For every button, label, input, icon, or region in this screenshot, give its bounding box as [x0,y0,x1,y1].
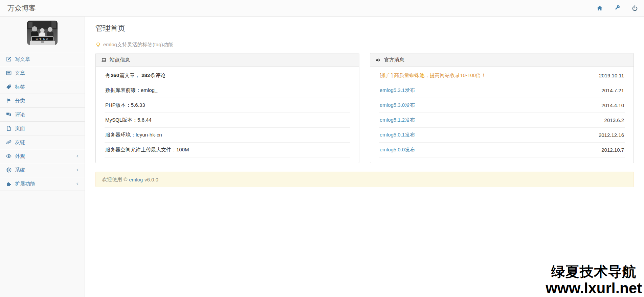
sidebar-item-extensions[interactable]: 扩展功能 [0,177,85,191]
sidebar-item-articles[interactable]: 文章 [0,66,85,80]
lightbulb-icon [95,42,101,48]
topbar-actions [597,5,644,11]
news-link[interactable]: emlog5.0.0发布 [380,147,415,153]
sidebar: CHINA 写文章 文章 标签 [0,17,85,297]
site-info-panel: 站点信息 有260篇文章， 282条评论 数据库表前缀：emlog_ PHP版本… [95,53,359,163]
news-header: 官方消息 [370,53,634,67]
article-count: 260 [111,72,119,78]
comments-icon [6,112,12,117]
chevron-left-icon [75,154,80,158]
eye-icon [6,153,12,159]
page-icon [6,126,12,131]
home-icon[interactable] [597,5,603,11]
news-date: 2013.6.2 [604,117,624,123]
chevron-left-icon [75,181,80,186]
topbar: 万众博客 [0,0,644,17]
news-link[interactable]: emlog5.1.2发布 [380,117,415,123]
tag-icon [6,84,12,90]
watermark-line2: www.lxurl.net [546,280,642,296]
power-icon[interactable] [632,5,638,11]
version-text: v6.0.0 [145,177,158,182]
sidebar-item-system[interactable]: 系统 [0,163,85,177]
link-icon [6,140,12,145]
dashboard-panels: 站点信息 有260篇文章， 282条评论 数据库表前缀：emlog_ PHP版本… [95,53,634,163]
sidebar-item-label: 评论 [15,112,80,118]
news-item: emlog5.0.1发布 2012.12.16 [379,128,625,143]
news-date: 2019.10.11 [599,73,624,78]
article-icon [6,70,12,76]
welcome-banner: 欢迎使用 © emlog v6.0.0 [95,172,634,187]
news-date: 2012.12.16 [599,132,624,138]
news-item: emlog5.3.1发布 2014.7.21 [379,83,625,98]
sidebar-item-appearance[interactable]: 外观 [0,149,85,163]
news-link[interactable]: emlog5.3.1发布 [380,87,415,94]
news-item: emlog5.0.0发布 2012.10.7 [379,143,625,157]
news-link[interactable]: [推广] 高质量蜘蛛池，提高网站收录10-100倍！ [380,72,486,79]
main-content: 管理首页 emlog支持灵活的标签(tag)功能 站点信息 有260篇文章， 2… [85,17,644,187]
news-date: 2014.7.21 [601,88,624,93]
site-info-title: 站点信息 [110,57,130,63]
flag-icon [6,98,12,103]
chevron-left-icon [75,168,80,172]
sidebar-item-label: 系统 [15,167,75,173]
avatar-container: CHINA [0,17,85,52]
news-body: [推广] 高质量蜘蛛池，提高网站收录10-100倍！ 2019.10.11 em… [370,67,634,163]
sidebar-item-label: 分类 [15,98,80,104]
watermark: 绿夏技术导航 www.lxurl.net [546,264,642,296]
sidebar-item-comments[interactable]: 评论 [0,108,85,122]
sidebar-item-label: 友链 [15,139,80,146]
sidebar-item-tags[interactable]: 标签 [0,80,85,94]
info-row-php-version: PHP版本：5.6.33 [105,98,350,113]
info-row-db-prefix: 数据库表前缀：emlog_ [105,83,350,98]
tip-banner: emlog支持灵活的标签(tag)功能 [95,42,634,48]
sidebar-item-links[interactable]: 友链 [0,135,85,149]
gear-icon [6,167,12,173]
sidebar-item-pages[interactable]: 页面 [0,122,85,135]
sidebar-item-label: 扩展功能 [15,181,75,187]
news-date: 2012.10.7 [601,147,624,153]
emlog-link[interactable]: emlog [129,177,143,182]
news-link[interactable]: emlog5.3.0发布 [380,102,415,108]
news-panel: 官方消息 [推广] 高质量蜘蛛池，提高网站收录10-100倍！ 2019.10.… [370,53,634,163]
news-item: [推广] 高质量蜘蛛池，提高网站收录10-100倍！ 2019.10.11 [379,68,625,83]
avatar-sign-text: CHINA [36,37,49,41]
news-item: emlog5.3.0发布 2014.4.10 [379,98,625,113]
sidebar-item-label: 写文章 [15,56,80,63]
wrench-icon[interactable] [614,5,620,11]
watermark-line1: 绿夏技术导航 [546,264,642,280]
page-title: 管理首页 [95,23,634,33]
info-row-counts: 有260篇文章， 282条评论 [105,68,350,83]
info-row-mysql-version: MySQL版本：5.6.44 [105,113,350,128]
laptop-icon [101,57,107,63]
sidebar-item-label: 标签 [15,84,80,90]
news-link[interactable]: emlog5.0.1发布 [380,132,415,138]
news-item: emlog5.1.2发布 2013.6.2 [379,113,625,128]
sidebar-item-label: 外观 [15,153,75,159]
info-row-max-upload: 服务器空间允许上传最大文件：100M [105,143,350,157]
news-date: 2014.4.10 [601,102,624,108]
welcome-text: 欢迎使用 © [102,176,127,183]
sidebar-item-label: 文章 [15,70,80,76]
puzzle-icon [6,181,12,187]
sidebar-item-categories[interactable]: 分类 [0,94,85,108]
speaker-icon [376,57,381,63]
comment-count: 282 [141,72,150,78]
tip-text: emlog支持灵活的标签(tag)功能 [103,42,173,48]
news-title: 官方消息 [384,57,404,63]
avatar[interactable]: CHINA [27,21,58,45]
site-info-header: 站点信息 [96,53,359,67]
edit-icon [6,56,12,62]
sidebar-nav: 写文章 文章 标签 分类 评论 [0,52,85,191]
site-title: 万众博客 [7,3,36,13]
sidebar-item-label: 页面 [15,125,80,132]
info-row-server-env: 服务器环境：leyun-hk-cn [105,128,350,143]
site-info-body: 有260篇文章， 282条评论 数据库表前缀：emlog_ PHP版本：5.6.… [96,67,359,163]
sidebar-item-write-post[interactable]: 写文章 [0,52,85,66]
